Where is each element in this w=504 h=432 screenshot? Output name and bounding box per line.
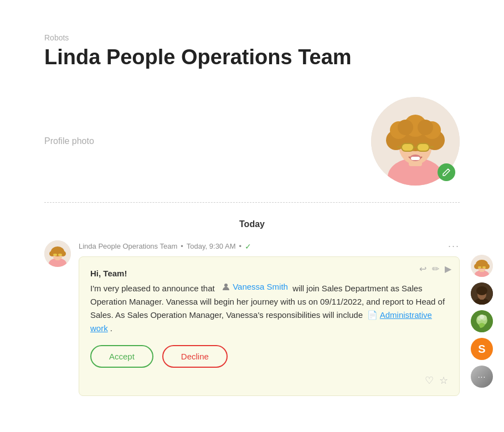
forward-icon[interactable]: ▶	[445, 264, 451, 274]
sidebar-avatar-4[interactable]: S	[471, 338, 493, 360]
svg-rect-18	[411, 157, 420, 160]
message-row: Linda People Operations Team • Today, 9:…	[44, 240, 460, 396]
breadcrumb: Robots	[44, 33, 460, 42]
message-text: Hi, Team! I'm very pleased to announce t…	[90, 267, 448, 335]
svg-point-11	[418, 120, 433, 135]
accept-button[interactable]: Accept	[90, 345, 153, 368]
decline-button[interactable]: Decline	[162, 345, 228, 368]
message-dot2: •	[239, 242, 242, 250]
message-dot: •	[181, 242, 183, 250]
sidebar-avatar-1[interactable]	[471, 255, 493, 277]
edit-avatar-button[interactable]	[438, 163, 455, 181]
message-check-icon: ✓	[245, 242, 251, 251]
svg-rect-26	[53, 254, 57, 256]
svg-line-15	[397, 147, 400, 147]
svg-point-28	[224, 284, 228, 287]
right-sidebar: S ···	[471, 255, 493, 388]
bubble-actions: ↩ ✏ ▶	[419, 264, 451, 274]
profile-section: Profile photo	[44, 86, 460, 202]
date-label: Today	[44, 219, 460, 229]
sidebar-avatar-3[interactable]	[471, 310, 493, 332]
svg-rect-36	[478, 266, 481, 268]
svg-point-42	[476, 286, 487, 295]
svg-rect-13	[417, 143, 429, 151]
svg-point-10	[398, 120, 413, 135]
mention-link[interactable]: Vanessa Smith	[222, 280, 288, 294]
message-meta-left: Linda People Operations Team • Today, 9:…	[79, 242, 251, 251]
svg-rect-12	[402, 143, 414, 151]
body-suffix: .	[110, 323, 112, 333]
bubble-footer: ♡ ☆	[90, 374, 448, 387]
more-options-button[interactable]: ···	[448, 240, 460, 252]
greeting: Hi, Team!	[90, 269, 127, 278]
main-content: Robots Linda People Operations Team Prof…	[0, 0, 504, 396]
message-buttons: Accept Decline	[90, 345, 448, 368]
section-divider	[44, 202, 460, 203]
sidebar-avatar-2[interactable]	[471, 282, 493, 305]
page-title: Linda People Operations Team	[44, 45, 460, 69]
edit-icon[interactable]: ✏	[432, 264, 439, 274]
message-timestamp: Today, 9:30 AM	[187, 242, 236, 250]
sender-avatar	[44, 240, 71, 267]
heart-icon[interactable]: ♡	[425, 374, 434, 387]
svg-line-16	[429, 147, 434, 147]
svg-rect-37	[482, 266, 486, 268]
svg-rect-27	[58, 254, 62, 256]
profile-avatar-wrapper	[371, 97, 460, 186]
message-content: Linda People Operations Team • Today, 9:…	[79, 240, 460, 396]
message-bubble: ↩ ✏ ▶ Hi, Team! I'm very pleased to anno…	[79, 256, 460, 396]
message-sender: Linda People Operations Team	[79, 242, 177, 250]
doc-icon: 📄	[367, 308, 378, 322]
mention-name: Vanessa Smith	[233, 280, 288, 294]
star-icon[interactable]: ☆	[439, 374, 448, 387]
sidebar-avatar-5[interactable]: ···	[471, 366, 493, 388]
body-prefix: I'm very pleased to announce that	[90, 284, 215, 293]
profile-photo-label: Profile photo	[44, 136, 94, 146]
reply-icon[interactable]: ↩	[419, 264, 426, 274]
message-meta: Linda People Operations Team • Today, 9:…	[79, 240, 460, 252]
svg-point-47	[480, 315, 484, 319]
